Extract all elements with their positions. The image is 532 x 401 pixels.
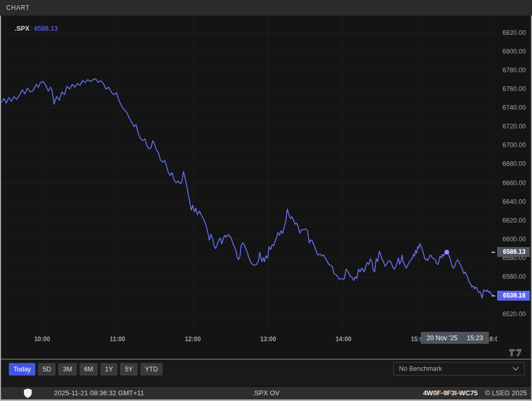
window-title-bar: CHART [0,0,532,16]
chart-panel: .SPX:6586.13 10:0011:0012:0013:0014:0015… [0,16,532,359]
legend-last-value: 6586.13 [34,25,58,32]
y-axis-label: 6740.00 [502,104,526,112]
crosshair-point-marker [445,250,449,254]
chart-app-window: CHART .SPX:6586.13 10:0011:0012:0013:001… [0,0,532,401]
range-toolbar: Today5D3M6M1Y5YYTD No Benchmark [0,359,532,385]
range-button-today[interactable]: Today [9,363,35,376]
price-axis[interactable]: 6820.006800.006780.006760.006740.006720.… [497,16,531,359]
status-instrument: .SPX OV [252,389,280,397]
y-axis-label: 6600.00 [502,235,526,243]
panel-divider [0,359,532,359]
y-axis-label: 6560.00 [502,273,526,281]
y-axis-label: 6760.00 [502,85,526,93]
y-axis-label: 6780.00 [502,66,526,74]
x-axis-label: 13:00 [256,334,281,344]
window-frame-left [0,16,1,401]
range-button-group: Today5D3M6M1Y5YYTD [9,363,163,376]
instrument-legend: .SPX:6586.13 [15,25,58,32]
crosshair-date: 20 Nov '25 [427,334,457,342]
price-line-chart [0,16,497,347]
y-axis-label: 6640.00 [502,198,526,206]
range-button-5y[interactable]: 5Y [120,363,137,376]
status-copyright: © LSEG 2025 [485,389,527,397]
x-axis-label: 14:00 [331,334,356,344]
y-axis-label: 6680.00 [502,160,526,168]
legend-symbol: .SPX [15,25,30,32]
range-button-6m[interactable]: 6M [79,363,98,376]
last-price-tick [491,295,495,296]
range-button-1y[interactable]: 1Y [100,363,117,376]
legend-separator: : [30,25,34,32]
y-axis-label: 6800.00 [502,47,526,56]
chevron-down-icon [512,367,519,371]
status-bar: 2025-11-21 08:36:32 GMT+11 .SPX OV 4W0F-… [0,387,532,399]
chart-plot-area[interactable]: .SPX:6586.13 10:0011:0012:0013:0014:0015… [0,16,497,347]
price-line [2,79,495,298]
shield-icon [24,389,32,398]
y-axis-label: 6620.00 [502,216,526,225]
x-axis-label: 11:00 [105,334,130,344]
window-title: CHART [0,4,30,11]
last-price-tick [491,252,495,253]
y-axis-label: 6520.00 [502,310,526,318]
y-axis-label: 6720.00 [502,122,526,131]
status-right-group: 4W0F-9F3I-WC75 © LSEG 2025 [423,389,527,397]
status-timestamp: 2025-11-21 08:36:32 GMT+11 [54,389,144,397]
x-axis-label: 10:00 [30,334,55,344]
y-axis-label: 6660.00 [502,179,526,187]
crosshair-datetime-badge: 20 Nov '25 15:23 [421,332,489,344]
price-badge: 6539.18 [497,291,530,301]
status-session-code: 4W0F-9F3I-WC75 [423,389,477,397]
price-badge: 6586.13 [497,247,530,257]
range-button-5d[interactable]: 5D [38,363,56,376]
range-button-3m[interactable]: 3M [58,363,76,376]
crosshair-time: 15:23 [467,334,483,342]
benchmark-select[interactable]: No Benchmark [393,362,525,376]
x-axis-label: 12:00 [180,334,205,344]
y-axis-label: 6700.00 [502,141,526,149]
y-axis-label: 6820.00 [502,29,526,37]
tradingview-logo [509,348,523,357]
range-button-ytd[interactable]: YTD [140,363,163,376]
benchmark-value: No Benchmark [399,365,442,372]
